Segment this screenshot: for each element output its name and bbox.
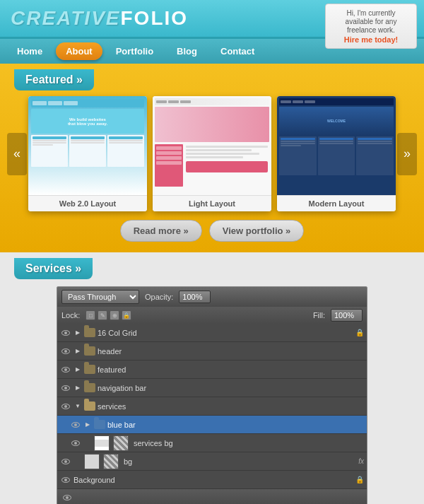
layer-services[interactable]: ▼ services — [57, 397, 367, 416]
carousel-item-2-label: Light Layout — [153, 195, 271, 211]
layer-featured-eye[interactable] — [60, 364, 71, 375]
nav-home[interactable]: Home — [7, 42, 52, 60]
ps-fill-label: Fill: — [313, 311, 325, 320]
services-title: Services » — [25, 262, 81, 274]
ps-toolbar-blend: Pass Through Opacity: — [57, 287, 367, 307]
view-portfolio-button[interactable]: View portfolio » — [209, 220, 305, 242]
layer-bg-fx: fx — [358, 457, 364, 465]
layer-nav-bar-folder-icon — [84, 383, 95, 392]
layer-header-name: header — [98, 347, 364, 356]
layer-bg[interactable]: bg fx — [57, 452, 367, 471]
carousel-item-2[interactable]: Light Layout — [153, 96, 271, 211]
layer-nav-bar-eye[interactable] — [60, 382, 71, 394]
layer-header-arrow[interactable]: ▶ — [73, 347, 82, 356]
layer-16-col-grid-lock: 🔒 — [355, 328, 364, 338]
layer-bg-mask-thumb — [103, 454, 119, 469]
lock-icon-4[interactable]: 🔒 — [122, 310, 131, 320]
layer-nav-bar-name: navigation bar — [98, 384, 364, 392]
ps-toolbar-lock: Lock: □ ✎ ⊕ 🔒 Fill: — [57, 307, 367, 324]
ps-layers-panel: Pass Through Opacity: Lock: □ ✎ ⊕ 🔒 Fill… — [57, 286, 367, 504]
hire-link[interactable]: Hire me today! — [333, 35, 409, 44]
layer-16-col-grid-arrow[interactable]: ▶ — [73, 329, 82, 337]
featured-buttons: Read more » View portfolio » — [0, 220, 424, 242]
layer-featured-name: featured — [98, 365, 364, 374]
lock-icon-3[interactable]: ⊕ — [110, 310, 119, 320]
logo-folio: FOLIO — [121, 7, 189, 30]
nav-portfolio[interactable]: Portfolio — [106, 42, 163, 60]
carousel-container: « We build websitesthat blow you away. — [0, 96, 424, 211]
logo-creative: CREATIVE — [11, 7, 121, 30]
ps-opacity-label: Opacity: — [145, 293, 173, 301]
layer-blue-bar-arrow[interactable]: ▶ — [83, 421, 92, 429]
layer-services-folder-icon — [84, 402, 95, 411]
featured-section: Featured » « We build websitesthat blow … — [0, 64, 424, 252]
hire-box[interactable]: Hi, I'm currently available for any free… — [325, 4, 417, 49]
layer-blue-bar[interactable]: ▶ blue bar — [57, 416, 367, 434]
layer-services-arrow[interactable]: ▼ — [73, 402, 82, 411]
ps-blend-mode-select[interactable]: Pass Through — [61, 290, 139, 304]
layer-background-eye[interactable] — [60, 474, 71, 486]
layer-16-col-grid[interactable]: ▶ 16 Col Grid 🔒 — [57, 324, 367, 342]
ps-fill-input[interactable] — [331, 309, 363, 322]
ps-lock-icons: □ ✎ ⊕ 🔒 — [86, 310, 131, 320]
layer-services-bg[interactable]: services bg — [57, 434, 367, 452]
layer-16-col-grid-eye[interactable] — [60, 327, 71, 339]
layer-bg-thumb — [84, 454, 100, 469]
layer-bg-name: bg — [124, 457, 355, 466]
ps-layers-list: ▶ 16 Col Grid 🔒 ▶ header ▶ featured — [57, 324, 367, 489]
ps-bottom-bar — [57, 489, 367, 504]
layer-services-bg-thumb — [94, 435, 110, 451]
layer-featured[interactable]: ▶ featured — [57, 361, 367, 379]
carousel-item-1-img: We build websitesthat blow you away. — [28, 96, 147, 195]
carousel-item-3[interactable]: WELCOME — [277, 96, 396, 211]
layer-services-bg-name: services bg — [134, 439, 364, 447]
layer-services-bg-mask-thumb — [113, 435, 129, 451]
layer-header-eye[interactable] — [60, 346, 71, 357]
lock-icon-2[interactable]: ✎ — [98, 310, 107, 320]
nav-blog[interactable]: Blog — [167, 42, 207, 60]
layer-nav-bar-arrow[interactable]: ▶ — [73, 384, 82, 392]
featured-title: Featured » — [25, 74, 83, 86]
carousel-item-1-label: Web 2.0 Layout — [28, 195, 147, 211]
layer-services-bg-eye[interactable] — [70, 438, 81, 449]
layer-background[interactable]: Background🔒 — [57, 471, 367, 489]
layer-featured-arrow[interactable]: ▶ — [73, 365, 82, 374]
carousel-prev[interactable]: « — [7, 133, 27, 175]
layer-services-name: services — [98, 402, 364, 411]
featured-header: Featured » — [14, 69, 94, 90]
services-section: Services » Pass Through Opacity: Lock: □… — [0, 252, 424, 504]
layer-nav-bar[interactable]: ▶ navigation bar — [57, 379, 367, 397]
carousel-items: We build websitesthat blow you away. — [27, 96, 397, 211]
layer-blue-bar-eye[interactable] — [70, 419, 81, 430]
header: CREATIVEFOLIO Hi, I'm currently availabl… — [0, 0, 424, 39]
read-more-button[interactable]: Read more » — [120, 220, 202, 242]
services-header: Services » — [14, 258, 93, 279]
lock-icon-1[interactable]: □ — [86, 310, 95, 320]
ps-bottom-eye[interactable] — [61, 492, 73, 503]
carousel-item-3-label: Modern Layout — [277, 195, 396, 211]
layer-16-col-grid-name: 16 Col Grid — [98, 329, 353, 337]
nav-about[interactable]: About — [56, 42, 102, 60]
layer-blue-bar-name: blue bar — [107, 421, 364, 429]
carousel-item-2-img — [153, 96, 271, 195]
nav-contact[interactable]: Contact — [211, 42, 264, 60]
layer-header[interactable]: ▶ header — [57, 342, 367, 361]
layer-background-lock: 🔒 — [355, 475, 364, 485]
layer-bg-eye[interactable] — [60, 456, 71, 467]
layer-background-name: Background — [73, 476, 353, 484]
layer-services-eye[interactable] — [60, 401, 71, 412]
layer-header-folder-icon — [84, 346, 95, 356]
ps-lock-label: Lock: — [61, 311, 80, 320]
carousel-item-1[interactable]: We build websitesthat blow you away. — [28, 96, 147, 211]
layer-blue-bar-folder-icon — [94, 420, 105, 429]
layer-16-col-grid-folder-icon — [84, 328, 95, 337]
hire-text: Hi, I'm currently available for any free… — [346, 9, 397, 34]
layer-featured-folder-icon — [84, 365, 95, 374]
carousel-next[interactable]: » — [397, 133, 417, 175]
carousel-item-3-img: WELCOME — [277, 96, 396, 195]
ps-opacity-input[interactable] — [179, 291, 211, 303]
